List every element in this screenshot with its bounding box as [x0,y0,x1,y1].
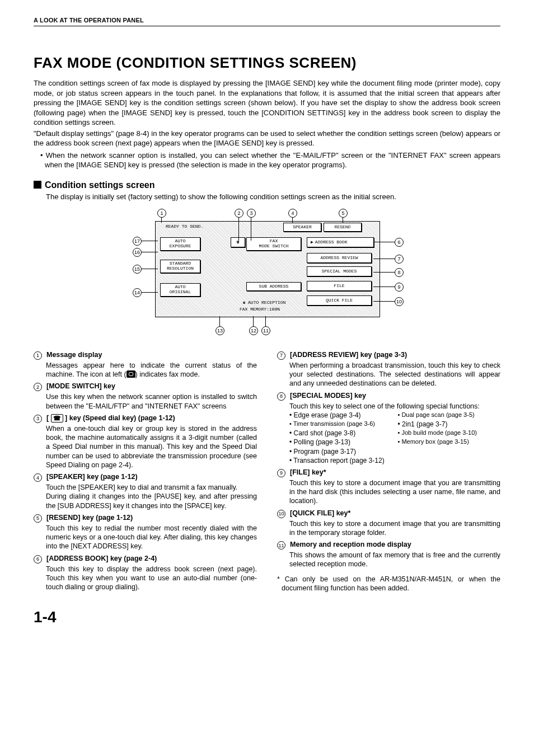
sm-job-build: • Job build mode (page 3-10) [398,429,501,438]
item-11-title: Memory and reception mode display [290,541,411,550]
item-11-body: This shows the amount of fax memory that… [289,551,500,569]
item-9-body: Touch this key to store a document image… [289,478,500,506]
callout-17: 17 [133,237,142,246]
item-10-body: Touch this key to store a document image… [289,519,500,538]
item-3-body: When a one-touch dial key or group key i… [46,424,257,469]
speaker-key[interactable]: SPEAKER [283,223,321,232]
square-bullet-icon [34,181,41,189]
sm-transaction: • Transaction report (page 3-12) [289,456,500,465]
panel-screen: READY TO SEND. SPEAKER RESEND AUTO EXPOS… [155,221,380,317]
num-1-icon: 1 [34,351,42,360]
item-1-title: Message display [46,351,102,360]
num-10-icon: 10 [277,510,285,518]
item-2-title: [MODE SWITCH] key [46,382,115,391]
callout-4: 4 [288,209,297,218]
exposure-key[interactable]: AUTO EXPOSURE [160,237,200,251]
item-1-body-b: ) indicates fax mode. [135,370,200,378]
item-6-body: Touch this key to display the address bo… [46,565,257,592]
auto-reception-text: ☎ AUTO RECEPTION [243,300,285,305]
callout-16: 16 [133,248,142,257]
callout-8: 8 [395,268,404,277]
page-title: FAX MODE (CONDITION SETTINGS SCREEN) [34,54,500,72]
item-5-body: Touch this key to redial the number most… [46,524,257,551]
mode-switch-label: MODE SWITCH [259,244,289,248]
callout-5: 5 [339,209,348,218]
address-book-label: ADDRESS BOOK [315,240,348,245]
callout-14: 14 [133,288,142,297]
callout-13: 13 [216,326,224,335]
page-header: A LOOK AT THE OPERATION PANEL [34,17,500,26]
item-10-title: [QUICK FILE] key* [290,509,350,518]
item-8-title: [SPECIAL MODES] key [290,392,366,401]
intro-para-2: "Default display settings" (page 8-4) in… [34,129,500,148]
sm-dual-page: • Dual page scan (page 3-5) [398,411,501,420]
num-5-icon: 5 [34,514,42,523]
callout-7: 7 [395,255,404,264]
original-label: ORIGINAL [170,290,191,294]
left-column: 1Message display Messages appear here to… [34,351,257,595]
sm-card-shot: • Card shot (page 3-8) [289,429,392,438]
callout-15: 15 [133,265,142,274]
sm-2in1: • 2in1 (page 3-7) [398,420,501,429]
sm-edge-erase: • Edge erase (page 3-4) [289,411,392,420]
num-8-icon: 8 [277,392,285,401]
item-6-title: [ADDRESS BOOK] key (page 2-4) [46,555,157,564]
item-2-body: Use this key when the network scanner op… [46,392,257,411]
callout-10: 10 [395,297,404,306]
speed-dial-icon: ☎ [51,414,63,422]
section-heading: Condition settings screen [34,180,500,190]
callout-3: 3 [247,209,256,218]
callout-11: 11 [261,326,270,335]
resolution-label: RESOLUTION [167,266,194,271]
item-5-title: [RESEND] key (page 1-12) [46,514,133,523]
num-9-icon: 9 [277,469,285,477]
num-3-icon: 3 [34,415,42,423]
footnote: * Can only be used on the AR-M351N/AR-M4… [282,575,500,593]
callout-12: 12 [249,326,258,335]
sub-address-key[interactable]: SUB ADDRESS [246,282,301,291]
section-desc: The display is initially set (factory se… [46,192,500,202]
callout-1: 1 [157,209,166,218]
right-column: 7[ADDRESS REVIEW] key (page 3-3) When pe… [277,351,500,595]
item-8-list: • Edge erase (page 3-4) • Dual page scan… [289,411,500,447]
intro-para-1: The condition settings screen of fax mod… [34,78,500,128]
section-title-text: Condition settings screen [45,180,154,190]
original-key[interactable]: AUTO ORIGINAL [160,283,200,297]
sm-program: • Program (page 3-17) [289,447,500,456]
num-11-icon: 11 [277,541,285,550]
sm-memory-box: • Memory box (page 3-15) [398,438,501,447]
phone-icon [127,370,135,378]
callout-9: 9 [395,283,404,292]
item-8-list2: • Program (page 3-17) • Transaction repo… [289,447,500,465]
callout-6: 6 [395,238,404,247]
item-7-body: When performing a broadcast transmission… [289,361,500,388]
item-4-body-a: Touch the [SPEAKER] key to dial and tran… [46,483,257,492]
resolution-key[interactable]: STANDARD RESOLUTION [160,260,200,273]
file-key[interactable]: FILE [307,281,372,291]
special-modes-key[interactable]: SPECIAL MODES [307,266,372,276]
sm-timer: • Timer transmission (page 3-6) [289,420,392,429]
address-review-key[interactable]: ADDRESS REVIEW [307,253,372,263]
item-3-title: [ ☎ ] key (Speed dial key) (page 1-12) [46,414,175,423]
intro-bullet: • When the network scanner option is ins… [37,151,500,170]
address-book-key[interactable]: ▶ADDRESS BOOK [307,237,374,247]
item-8-body: Touch this key to select one of the foll… [289,402,500,411]
callout-2: 2 [235,209,243,218]
num-6-icon: 6 [34,555,42,564]
item-4-body-b: During dialing it changes into the [PAUS… [46,492,257,510]
item-7-title: [ADDRESS REVIEW] key (page 3-3) [290,351,407,360]
num-2-icon: 2 [34,383,42,391]
item-9-title: [FILE] key* [290,468,326,477]
ready-text: READY TO SEND. [166,224,203,229]
condition-settings-diagram: 1 2 3 4 5 17 16 15 14 6 7 8 9 10 13 12 1… [121,209,413,337]
mode-switch-key[interactable]: FAX MODE SWITCH [246,237,301,251]
fax-memory-text: FAX MEMORY:100% [240,307,280,312]
resend-key[interactable]: RESEND [324,223,362,232]
speed-dial-key[interactable]: ☎ [231,237,245,247]
intro-block: The condition settings screen of fax mod… [34,78,500,170]
num-7-icon: 7 [277,351,285,360]
sm-polling: • Polling (page 3-13) [289,438,392,447]
item-4-title: [SPEAKER] key (page 1-12) [46,473,138,482]
num-4-icon: 4 [34,473,42,482]
quick-file-key[interactable]: QUICK FILE [307,295,372,306]
